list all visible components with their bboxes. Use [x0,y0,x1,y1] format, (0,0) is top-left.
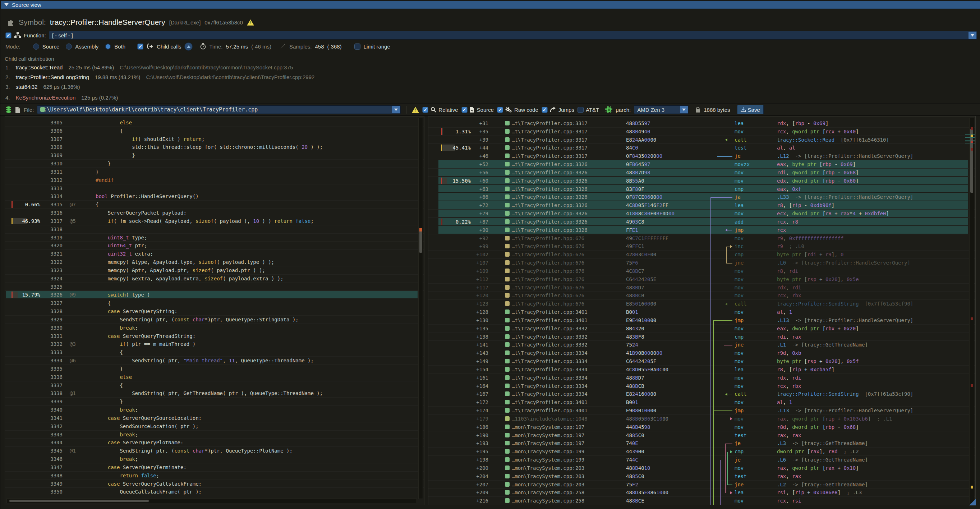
asm-row[interactable]: +107…t\TracyProfiler.hpp:67675F6jne.L0 -… [428,259,975,267]
asm-row[interactable]: +209…mon\TracySystem.cpp:258488D35E88610… [428,488,975,497]
child-call-item[interactable]: 1.tracy::Socket::Read25.25 ms (54.89%)C:… [5,64,293,70]
source-line[interactable]: 3345@1 SendString( ptr, (const char*)ptr… [5,447,424,455]
function-combo-arrow[interactable] [969,32,977,39]
source-hscrollbar[interactable] [6,499,417,503]
asm-row[interactable]: +56…t\TracyProfiler.cpp:3326488B7D98movr… [428,169,975,177]
source-line[interactable]: 3327 { [5,299,424,307]
scrollbar-thumb[interactable] [419,228,422,253]
asm-row[interactable]: +216…mon\TracySystem.cpp:258488BCEmovrcx… [428,497,975,505]
source-line[interactable]: 3338@1 SendString( ptr, GetThreadName( p… [5,389,424,398]
source-line[interactable]: 3319 uint8_t type; [5,234,424,242]
asm-row[interactable]: +190…mon\TracySystem.cpp:1974885C0testra… [428,431,975,440]
function-combo[interactable]: [ - self - ] [49,31,977,40]
asm-row[interactable]: +112…t\TracyProfiler.hpp:676C64424205Emo… [428,275,975,284]
source-line[interactable]: 3329 SendString( ptr, (const char*)ptr, … [5,316,424,324]
source-line[interactable]: 3342 SendSourceLocation( ptr ); [5,422,424,431]
asm-row[interactable]: +46…t\TracyProfiler.cpp:33170F8435020000… [428,152,975,160]
asm-row[interactable]: +135…t\TracyProfiler.cpp:33328B4320movea… [428,324,975,333]
raw-code-label[interactable]: Raw code [514,107,538,113]
scrollbar-thumb[interactable] [970,128,973,193]
asm-row[interactable]: +186…mon\TracySystem.cpp:197448B4598movr… [428,423,975,431]
radio-both[interactable] [105,43,111,49]
source-line[interactable]: 3328 case ServerQueryString: [5,307,424,316]
source-line[interactable]: 3333 { [5,348,424,356]
child-call-name[interactable]: KeSynchronizeExecution [16,95,76,101]
asm-row[interactable]: +130…t\TracyProfiler.cpp:3401E9E4010000j… [428,317,975,324]
asm-row[interactable]: 45.41%+44…t\TracyProfiler.cpp:331784C0te… [428,144,975,152]
asm-row[interactable]: +149…t\TracyProfiler.cpp:3334C64424205Fm… [428,357,975,366]
asm-row[interactable]: +204…mon\TracySystem.cpp:2034885C0testra… [428,472,975,480]
source-checkbox[interactable]: ✓ [461,107,468,113]
asm-row[interactable]: +172…t\TracyProfiler.cpp:3401B001moval, … [428,398,975,407]
source-line[interactable]: 3325 [5,283,424,291]
source-line[interactable]: 3341 case ServerQuerySourceLocation: [5,414,424,422]
asm-row[interactable]: +31…t\TracyProfiler.cpp:3317488D5597lear… [428,119,975,127]
source-line[interactable]: 3306 { [5,127,424,135]
source-line[interactable]: 3332@3 if( ptr == m_mainThread ) [5,340,424,348]
source-line[interactable]: 3348 return false; [5,472,424,480]
asm-row[interactable]: +207…mon\TracySystem.cpp:20375F2jne.L2 -… [428,480,975,489]
assembly-panel[interactable]: +31…t\TracyProfiler.cpp:3317488D5597lear… [428,116,976,505]
source-line[interactable]: 3316 ServerQueryPacket payload; [5,209,424,217]
source-line[interactable]: 3335 } [5,365,424,373]
asm-row[interactable]: +143…t\TracyProfiler.cpp:333441B90B00000… [428,349,975,357]
source-line[interactable]: 3334@6 SendString( ptr, "Main thread", 1… [5,356,424,365]
asm-row[interactable]: +79…t\TracyProfiler.cpp:3326418B8C80E0BF… [428,210,975,218]
child-call-item[interactable]: 3.stat64i32625 μs (1.36%) [5,84,80,90]
scrollbar-thumb[interactable] [10,499,149,502]
asm-row[interactable]: +102…t\TracyProfiler.hpp:67642803C0F00cm… [428,251,975,259]
asm-row[interactable]: +123…t\TracyProfiler.hpp:676E850160000ca… [428,300,975,308]
child-call-name[interactable]: tracy::Profiler::SendLongString [16,74,89,80]
asm-row[interactable]: +164…t\TracyProfiler.cpp:3334488BCBmovrc… [428,382,975,390]
uarch-combo-arrow[interactable] [680,106,688,113]
asm-row[interactable]: +117…t\TracyProfiler.hpp:676488BD7movrdx… [428,284,975,292]
source-vscrollbar[interactable] [418,118,423,499]
asm-row[interactable]: +198…mon\TracySystem.cpp:199744Cje.L6 ->… [428,456,975,464]
relative-checkbox[interactable]: ✓ [422,107,428,113]
limit-range-checkbox[interactable] [354,43,360,49]
child-call-name[interactable]: tracy::Socket::Read [16,64,63,70]
function-checkbox[interactable]: ✓ [5,32,11,38]
source-line[interactable]: 3344 case ServerQueryPlotName: [5,439,424,447]
asm-row[interactable]: +120…t\TracyProfiler.hpp:676488BCBmovrcx… [428,291,975,300]
source-line[interactable]: 3339 } [5,398,424,406]
source-line[interactable]: 3324 memcpy( &extra, &payload.extra, siz… [5,275,424,283]
file-combo-arrow[interactable] [392,106,400,113]
asm-row[interactable]: 15.50%+60…t\TracyProfiler.cpp:33268B55A0… [428,177,975,185]
asm-row[interactable]: 0.22%+87…t\TracyProfiler.cpp:33264903C8a… [428,218,975,226]
asm-row[interactable]: +138…t\TracyProfiler.cpp:3332483BF8cmprd… [428,333,975,341]
asm-row[interactable]: +174…t\TracyProfiler.cpp:3401E9B8010000j… [428,407,975,415]
child-call-item[interactable]: 2.tracy::Profiler::SendLongString19.88 m… [5,74,315,80]
asm-row[interactable]: +72…t\TracyProfiler.cpp:33264C8D05F146F2… [428,201,975,210]
child-call-name[interactable]: stat64i32 [16,84,38,90]
att-label[interactable]: AT&T [586,107,599,113]
collapse-icon[interactable] [4,3,9,6]
relative-label[interactable]: Relative [438,107,458,113]
asm-row[interactable]: +167…t\TracyProfiler.cpp:3334E824160000c… [428,390,975,398]
source-line[interactable]: 3340 break; [5,406,424,414]
child-calls-checkbox[interactable]: ✓ [137,43,143,49]
source-line[interactable]: 3343 break; [5,431,424,439]
source-line[interactable]: 0.66%3315@7{ [5,200,424,209]
asm-row[interactable]: +193…mon\TracySystem.cpp:197740Eje.L3 ->… [428,439,975,447]
source-line[interactable]: 3346 break; [5,455,424,463]
source-line[interactable]: 3337 { [5,382,424,390]
asm-row[interactable]: +63…t\TracyProfiler.cpp:332683F80Fcmpeax… [428,185,975,193]
asm-row[interactable]: +109…t\TracyProfiler.hpp:6764C8BC7movr8,… [428,267,975,275]
title-bar[interactable]: Source view [1,1,980,9]
asm-row[interactable]: +154…t\TracyProfiler.cpp:33344C8D055FBA0… [428,366,975,374]
source-line[interactable]: 3330 break; [5,324,424,332]
source-line[interactable]: 3314bool Profiler::HandleServerQuery() [5,192,424,200]
asm-row[interactable]: +195…mon\TracySystem.cpp:199443900cmpdwo… [428,447,975,456]
asm-row[interactable]: +52…t\TracyProfiler.cpp:33260FB64597movz… [428,160,975,169]
jumps-label[interactable]: Jumps [558,107,574,113]
asm-vscrollbar[interactable] [969,118,974,503]
source-line[interactable]: 3307 if( shouldExit ) return; [5,135,424,143]
source-line[interactable]: 3313 [5,185,424,192]
asm-row[interactable]: +99…t\TracyProfiler.hpp:67649FFC1incr9 ;… [428,242,975,251]
uarch-combo[interactable]: AMD Zen 3 [634,105,689,114]
asm-row[interactable]: +179…1103\include\atomic:1048488B05B63C1… [428,415,975,423]
child-calls-label[interactable]: Child calls [157,43,181,49]
asm-row[interactable]: +141…t\TracyProfiler.cpp:33327524jne.L1 … [428,341,975,349]
radio-source[interactable] [33,43,39,49]
